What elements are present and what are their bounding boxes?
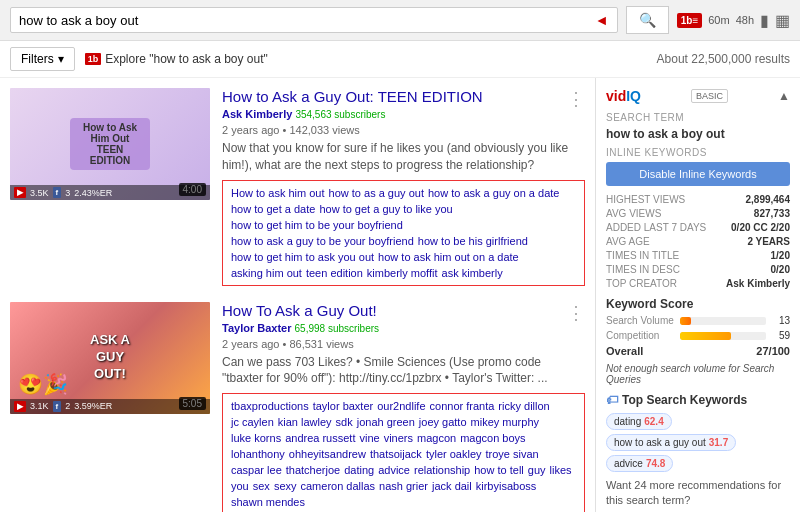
list-item[interactable]: thatcherjoe [286,464,340,476]
list-item[interactable]: likes [550,464,572,476]
score-comp-label: Competition [606,330,676,341]
list-item[interactable]: tyler oakley [426,448,482,460]
list-item[interactable]: magcon boys [460,432,525,444]
channel-1[interactable]: Ask Kimberly [222,108,292,120]
list-item[interactable]: viners [384,432,413,444]
stat-row: TIMES IN TITLE1/20 [606,250,790,261]
list-item[interactable]: how to get him to be your boyfriend [231,219,403,231]
list-item[interactable]: How to ask him out [231,187,325,199]
filter-button[interactable]: Filters ▾ [10,47,75,71]
list-item[interactable]: dating 62.4 [606,413,672,430]
thumbnail-2[interactable]: ASK AGUYOUT! 😍🎉 5:05 ▶ 3.1K f 2 3.59%ER [10,302,210,414]
list-item[interactable]: kimberly moffit [367,267,438,279]
more-options-2[interactable]: ⋮ [567,302,585,324]
list-item[interactable]: lohanthony [231,448,285,460]
list-item[interactable]: ohheyitsandrew [289,448,366,460]
list-item[interactable]: sex [253,480,270,492]
list-item[interactable]: taylor baxter [313,400,374,412]
stat-key: ADDED LAST 7 DAYS [606,222,706,233]
list-item[interactable]: shawn mendes [231,496,305,508]
stat-key: HIGHEST VIEWS [606,194,685,205]
explore-btn[interactable]: 1b Explore "how to ask a boy out" [85,52,268,66]
sidebar: vidIQ BASIC ▲ SEARCH TERM how to ask a b… [595,78,800,512]
list-item[interactable]: relationship [414,464,470,476]
list-item[interactable]: tbaxproductions [231,400,309,412]
stat-val: Ask Kimberly [726,278,790,289]
search-input[interactable] [19,13,595,28]
list-item[interactable]: jc caylen [231,416,274,428]
list-item[interactable]: magcon [417,432,456,444]
list-item[interactable]: how to tell [474,464,524,476]
list-item[interactable]: how to ask a guy on a date [428,187,559,199]
list-item[interactable]: how to get a date [231,203,315,215]
list-item[interactable]: how to be his girlfriend [418,235,528,247]
channel-2[interactable]: Taylor Baxter [222,322,292,334]
score-search-num: 13 [770,315,790,326]
list-item[interactable]: vine [359,432,379,444]
results-count: About 22,500,000 results [657,52,790,66]
fb-stat-1: 3 [65,188,70,198]
stat-val: 0/20 CC 2/20 [731,222,790,233]
list-item[interactable]: kian lawley [278,416,332,428]
list-item[interactable]: thatsoijack [370,448,422,460]
list-item[interactable]: caspar lee [231,464,282,476]
list-item[interactable]: joey gatto [419,416,467,428]
list-item[interactable]: connor franta [430,400,495,412]
yt-icon-1: ▶ [14,187,26,198]
fb-icon-1: f [53,187,62,198]
tier-badge: BASIC [691,89,728,103]
list-item[interactable]: teen edition [306,267,363,279]
list-item[interactable]: sdk [336,416,353,428]
list-item[interactable]: you [231,480,249,492]
kw-text: dating [614,416,641,427]
list-item[interactable]: mikey murphy [471,416,539,428]
list-item[interactable]: how to as a guy out [329,187,424,199]
list-item[interactable]: advice [378,464,410,476]
bar-icon[interactable]: ▦ [775,11,790,30]
result-title-2[interactable]: How To Ask a Guy Out! [222,302,585,319]
score-row-comp: Competition 59 [606,330,790,341]
magnifier-icon: 🔍 [639,12,656,28]
list-item[interactable]: how to ask him out on a date [378,251,519,263]
list-item[interactable]: how to get him to ask you out [231,251,374,263]
list-item[interactable]: how to get a guy to like you [319,203,452,215]
list-item[interactable]: cameron dallas [301,480,376,492]
results-list: How to Ask Him OutTEEN EDITION 4:00 ▶ 3.… [0,78,595,512]
list-item[interactable]: how to ask a guy out 31.7 [606,434,736,451]
result-date-2: 2 years ago • 86,531 views [222,338,585,350]
filter-label: Filters [21,52,54,66]
search-button[interactable]: 🔍 [626,6,669,34]
grid-icon[interactable]: ▮ [760,11,769,30]
thumb-text-2: ASK AGUYOUT! [90,332,130,383]
list-item[interactable]: andrea russett [285,432,355,444]
thumbnail-1[interactable]: How to Ask Him OutTEEN EDITION 4:00 ▶ 3.… [10,88,210,200]
stat-row: ADDED LAST 7 DAYS0/20 CC 2/20 [606,222,790,233]
list-item[interactable]: ask kimberly [442,267,503,279]
list-item[interactable]: kirbyisaboss [476,480,537,492]
list-item[interactable]: jack dail [432,480,472,492]
search-bar[interactable]: ◄ [10,7,618,33]
list-item[interactable]: guy [528,464,546,476]
list-item[interactable]: troye sivan [486,448,539,460]
result-date-1: 2 years ago • 142,033 views [222,124,585,136]
list-item[interactable]: sexy [274,480,297,492]
result-desc-1: Now that you know for sure if he likes y… [222,140,585,174]
list-item[interactable]: ricky dillon [498,400,549,412]
stat-row: TIMES IN DESC0/20 [606,264,790,275]
list-item[interactable]: how to ask a guy to be your boyfriend [231,235,414,247]
list-item[interactable]: jonah green [357,416,415,428]
list-item[interactable]: asking him out [231,267,302,279]
disable-inline-kw-button[interactable]: Disable Inline Keywords [606,162,790,186]
list-item[interactable]: nash grier [379,480,428,492]
result-title-1[interactable]: How to Ask a Guy Out: TEEN EDITION [222,88,585,105]
list-item[interactable]: advice 74.8 [606,455,673,472]
list-item[interactable]: luke korns [231,432,281,444]
subs-label-1: 354,563 subscribers [295,109,385,120]
yt-stat-2: 3.1K [30,401,49,411]
collapse-button[interactable]: ▲ [778,89,790,103]
stat-val: 2,899,464 [746,194,791,205]
list-item[interactable]: our2ndlife [377,400,425,412]
more-options-1[interactable]: ⋮ [567,88,585,110]
list-item[interactable]: dating [344,464,374,476]
inline-kw-label: INLINE KEYWORDS [606,147,790,158]
